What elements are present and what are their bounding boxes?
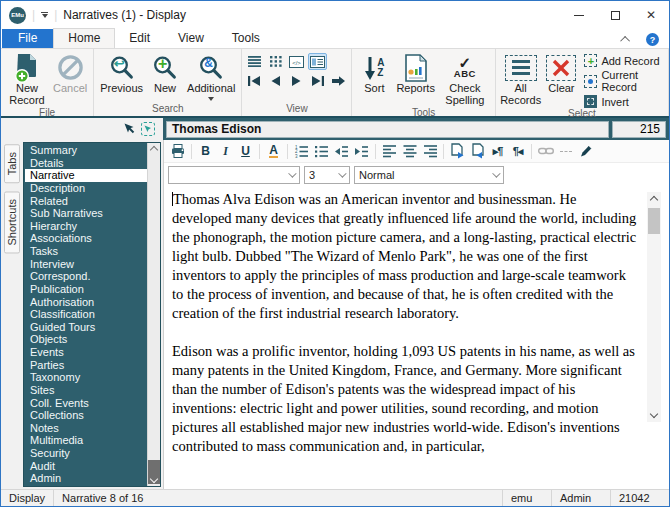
pointer-arrow-icon[interactable] <box>123 120 135 138</box>
close-button[interactable]: ✕ <box>633 1 669 29</box>
bold-button[interactable]: B <box>196 142 215 160</box>
export-document-icon[interactable] <box>468 142 487 160</box>
marquee-select-icon[interactable] <box>141 122 155 136</box>
add-record-button[interactable]: + Add Record <box>584 54 663 67</box>
contact-sheet-view-button[interactable] <box>266 53 285 70</box>
sidebar-item-sub-narratives[interactable]: Sub Narratives <box>25 207 147 220</box>
reports-button[interactable]: Reports <box>393 51 438 96</box>
sidebar-item-coll-events[interactable]: Coll. Events <box>25 397 147 410</box>
new-search-button[interactable]: + New <box>146 51 184 96</box>
print-button[interactable] <box>168 142 187 160</box>
divider: | <box>32 8 35 22</box>
page-view-button[interactable]: </> <box>287 53 306 70</box>
sidebar-item-associations[interactable]: Associations <box>25 232 147 245</box>
sidebar-item-multimedia[interactable]: Multimedia <box>25 434 147 447</box>
sidebar-item-related[interactable]: Related <box>25 195 147 208</box>
outdent-button[interactable] <box>332 142 351 160</box>
insert-document-icon[interactable] <box>448 142 467 160</box>
all-records-button[interactable]: All Records <box>499 51 543 107</box>
paragraph-style-dropdown[interactable]: Normal <box>354 166 504 184</box>
align-left-button[interactable] <box>380 142 399 160</box>
sidebar-item-admin[interactable]: Admin <box>25 472 147 485</box>
sidebar-item-guided-tours[interactable]: Guided Tours <box>25 321 147 334</box>
font-size-dropdown[interactable]: 3 <box>304 166 350 184</box>
new-record-button[interactable]: New Record <box>4 51 50 107</box>
sidebar-item-notes[interactable]: Notes <box>25 422 147 435</box>
tab-tools[interactable]: Tools <box>218 29 274 48</box>
cancel-button[interactable]: Cancel <box>50 51 90 96</box>
next-record-button[interactable] <box>287 72 306 89</box>
underline-button[interactable]: U <box>236 142 255 160</box>
first-record-button[interactable] <box>245 72 264 89</box>
scroll-up-icon[interactable] <box>150 146 158 154</box>
previous-record-button[interactable] <box>266 72 285 89</box>
clear-selection-button[interactable]: Clear <box>542 51 580 96</box>
chevron-down-icon <box>288 169 296 177</box>
italic-button[interactable]: I <box>216 142 235 160</box>
left-to-right-button[interactable]: ▸¶ <box>488 142 507 160</box>
last-record-button[interactable] <box>308 72 327 89</box>
align-center-button[interactable] <box>400 142 419 160</box>
tab-file[interactable]: File <box>2 29 53 48</box>
tab-edit[interactable]: Edit <box>115 29 164 48</box>
numbered-list-button[interactable]: 123 <box>292 142 311 160</box>
goto-record-button[interactable] <box>329 72 348 89</box>
sidebar-item-security[interactable]: Security <box>25 447 147 460</box>
scroll-down-icon[interactable] <box>649 410 657 418</box>
collapse-ribbon-icon[interactable] <box>620 36 630 46</box>
font-color-button[interactable]: A <box>264 142 283 160</box>
tab-view[interactable]: View <box>164 29 218 48</box>
previous-search-button[interactable]: ↩ Previous <box>97 51 146 96</box>
edit-pencil-icon[interactable] <box>576 142 595 160</box>
sidebar-item-sites[interactable]: Sites <box>25 384 147 397</box>
bullet-list-button[interactable] <box>312 142 331 160</box>
scroll-up-icon[interactable] <box>649 196 657 204</box>
sidebar-scrollbar[interactable] <box>147 143 160 486</box>
indent-button[interactable] <box>352 142 371 160</box>
help-icon[interactable]: ? <box>646 33 659 46</box>
record-summary-field: Thomas Edison <box>166 121 609 138</box>
sidebar-item-description[interactable]: Description <box>25 182 147 195</box>
scrollbar-thumb[interactable] <box>648 208 660 234</box>
current-record-button[interactable]: Current Record <box>584 69 663 93</box>
sidebar-item-hierarchy[interactable]: Hierarchy <box>25 220 147 233</box>
sidebar-item-tasks[interactable]: Tasks <box>25 245 147 258</box>
horizontal-rule-icon[interactable] <box>556 142 575 160</box>
align-right-button[interactable] <box>420 142 439 160</box>
sidebar-tab-panel: SummaryDetailsNarrativeDescriptionRelate… <box>23 142 161 487</box>
sidebar-item-correspond-[interactable]: Correspond. <box>25 270 147 283</box>
list-view-button[interactable] <box>245 53 264 70</box>
sidebar-item-publication[interactable]: Publication <box>25 283 147 296</box>
check-spelling-icon: ✓ ABC <box>454 52 476 83</box>
narrative-text-area[interactable]: Thomas Alva Edison was an American inven… <box>164 187 669 489</box>
check-spelling-button[interactable]: ✓ ABC Check Spelling <box>438 51 492 107</box>
sidebar-item-summary[interactable]: Summary <box>25 144 147 157</box>
link-icon[interactable] <box>536 142 555 160</box>
sidebar-item-classification[interactable]: Classification <box>25 308 147 321</box>
sidebar-item-parties[interactable]: Parties <box>25 359 147 372</box>
invert-selection-button[interactable]: Invert <box>584 95 663 108</box>
font-name-dropdown[interactable] <box>168 166 300 184</box>
maximize-button[interactable] <box>597 1 633 29</box>
sidebar-item-events[interactable]: Events <box>25 346 147 359</box>
sidebar-item-authorisation[interactable]: Authorisation <box>25 296 147 309</box>
additional-search-button[interactable]: & Additional <box>184 51 238 102</box>
vertical-tab-shortcuts[interactable]: Shortcuts <box>4 191 20 253</box>
right-to-left-button[interactable]: ¶◂ <box>508 142 527 160</box>
sidebar-item-objects[interactable]: Objects <box>25 333 147 346</box>
quick-access-dropdown[interactable] <box>41 12 48 18</box>
sidebar-item-collections[interactable]: Collections <box>25 409 147 422</box>
sidebar-item-details[interactable]: Details <box>25 157 147 170</box>
new-record-icon <box>14 52 40 83</box>
text-scrollbar[interactable] <box>647 192 661 422</box>
details-view-button[interactable] <box>308 53 327 70</box>
sidebar-item-taxonomy[interactable]: Taxonomy <box>25 371 147 384</box>
vertical-tab-tabs[interactable]: Tabs <box>4 144 20 183</box>
minimize-button[interactable] <box>561 1 597 29</box>
sidebar-item-interview[interactable]: Interview <box>25 258 147 271</box>
sort-button[interactable]: AZ Sort <box>355 51 393 96</box>
sidebar-item-audit[interactable]: Audit <box>25 460 147 473</box>
tab-home[interactable]: Home <box>53 28 115 48</box>
divider <box>443 144 444 159</box>
sidebar-item-narrative[interactable]: Narrative <box>25 169 147 182</box>
